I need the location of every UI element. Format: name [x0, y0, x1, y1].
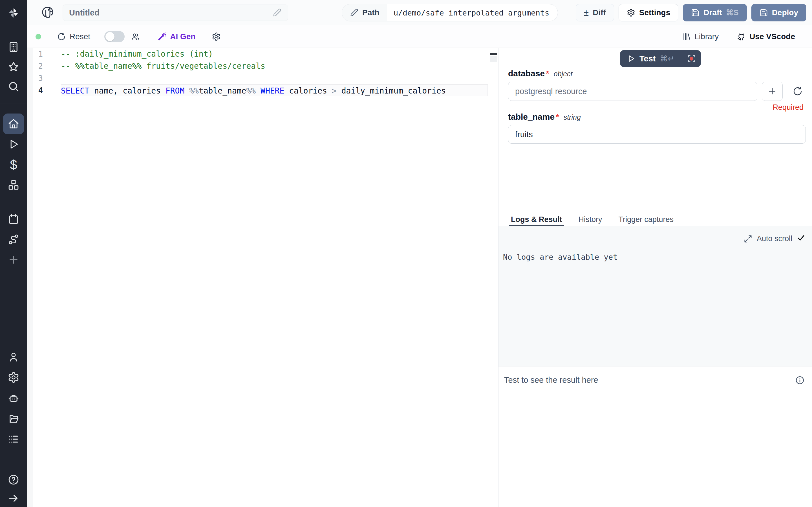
required-note: Required — [772, 103, 804, 112]
line-number-current: 4 — [27, 84, 61, 96]
search-icon[interactable] — [8, 80, 19, 93]
diff-button[interactable]: ± Diff — [576, 4, 614, 21]
tab-history[interactable]: History — [578, 213, 602, 226]
settings-gear-icon[interactable] — [8, 372, 19, 383]
use-vscode-button[interactable]: Use VScode — [737, 32, 795, 41]
sidebar-item-routes-icon[interactable] — [8, 233, 19, 245]
left-sidebar: $ — [0, 0, 27, 507]
record-dot — [690, 57, 693, 61]
edit-name-pencil-icon[interactable] — [273, 8, 282, 17]
code-line-1[interactable]: -- :daily_minimum_calories (int) — [61, 48, 488, 60]
magic-wand-icon — [157, 32, 166, 41]
top-bar: Untitled Path u/demo/safe_interpolated_a… — [27, 0, 812, 25]
script-settings-gear-icon[interactable] — [212, 32, 221, 41]
path-value[interactable]: u/demo/safe_interpolated_arguments — [387, 4, 558, 21]
ai-gen-button[interactable]: AI Gen — [157, 32, 195, 41]
sql-keyword: WHERE — [260, 86, 284, 96]
refresh-icon — [57, 32, 66, 41]
editor-scrollbar-rail — [489, 48, 489, 507]
sql-text: name, calories — [89, 86, 165, 96]
reset-label: Reset — [70, 32, 90, 41]
deploy-label: Deploy — [772, 8, 798, 17]
arguments-section: Test ⌘↵ database* object — [499, 48, 812, 213]
sql-keyword: FROM — [165, 86, 185, 96]
sql-operator: > — [332, 86, 337, 96]
result-panel: Test to see the result here — [499, 367, 812, 507]
code-lines[interactable]: -- :daily_minimum_calories (int) -- %%ta… — [61, 48, 488, 96]
sidebar-item-home[interactable] — [3, 114, 24, 134]
result-empty-message: Test to see the result here — [504, 376, 598, 385]
table-name-field-label: table_name* string — [508, 112, 581, 122]
diff-label: Diff — [593, 8, 606, 17]
folders-icon[interactable] — [8, 413, 19, 425]
save-icon — [691, 8, 700, 17]
add-item-plus-icon[interactable] — [8, 254, 19, 266]
ai-gen-label: AI Gen — [170, 32, 195, 41]
help-icon[interactable] — [8, 474, 19, 486]
app-window: $ — [0, 0, 812, 507]
tab-trigger-captures[interactable]: Trigger captures — [619, 213, 674, 226]
test-button[interactable]: Test ⌘↵ — [620, 50, 682, 67]
expand-sidebar-arrow-icon[interactable] — [8, 492, 19, 504]
audit-logs-list-icon[interactable] — [8, 433, 19, 445]
sql-keyword: SELECT — [61, 86, 89, 96]
logs-empty-message: No logs are available yet — [503, 252, 617, 262]
reset-button[interactable]: Reset — [57, 32, 90, 41]
field-name: database — [508, 69, 545, 78]
sql-interp-close: %% — [246, 86, 260, 96]
play-icon — [627, 54, 635, 63]
test-shortcut: ⌘↵ — [660, 54, 674, 63]
sidebar-item-variables-icon[interactable]: $ — [10, 157, 17, 172]
settings-label: Settings — [639, 8, 670, 17]
library-button[interactable]: Library — [682, 32, 719, 41]
table-name-input[interactable] — [508, 125, 806, 144]
test-button-group: Test ⌘↵ — [620, 50, 701, 67]
collaborators-users-icon[interactable] — [131, 32, 140, 41]
field-name: table_name — [508, 112, 555, 122]
line-number-gutter: 1 2 3 4 — [27, 48, 61, 96]
field-type: string — [564, 113, 581, 121]
sidebar-item-resources-icon[interactable] — [8, 179, 19, 191]
line-number: 3 — [27, 72, 61, 84]
deploy-button[interactable]: Deploy — [751, 4, 806, 21]
editor-scrollbar-thumb[interactable] — [490, 56, 497, 62]
gear-icon — [627, 8, 635, 17]
run-preview-panel: Test ⌘↵ database* object — [499, 48, 812, 507]
draft-label: Draft — [703, 8, 722, 17]
user-icon[interactable] — [8, 351, 19, 363]
database-field-label: database* object — [508, 69, 572, 78]
bottom-tabs: Logs & Result History Trigger captures — [499, 213, 812, 226]
capture-test-icon[interactable] — [682, 50, 701, 67]
code-line-4-current[interactable]: SELECT name, calories FROM %%table_name%… — [61, 84, 488, 96]
path-label: Path — [362, 8, 379, 17]
draft-button[interactable]: Draft ⌘S — [683, 4, 747, 21]
code-line-2[interactable]: -- %%table_name%% fruits/vegetables/cere… — [61, 60, 488, 72]
library-label: Library — [695, 32, 719, 41]
code-line-3[interactable] — [61, 72, 488, 84]
tab-logs-result[interactable]: Logs & Result — [511, 213, 562, 226]
expand-icon — [744, 235, 752, 243]
autoscroll-label: Auto scroll — [757, 234, 792, 243]
refresh-resources-icon[interactable] — [791, 82, 805, 101]
collab-toggle[interactable] — [104, 31, 124, 42]
code-editor[interactable]: 1 2 3 4 -- :daily_minimum_calories (int)… — [27, 48, 498, 507]
autoscroll-control[interactable]: Auto scroll — [744, 233, 805, 244]
add-resource-button[interactable] — [762, 82, 783, 101]
postgresql-icon — [40, 5, 55, 20]
edit-path-pencil-icon — [350, 8, 358, 17]
windmill-logo-icon[interactable] — [8, 7, 19, 19]
sidebar-item-schedules-icon[interactable] — [8, 213, 19, 225]
script-name-input[interactable]: Untitled — [63, 4, 288, 21]
info-icon[interactable] — [795, 376, 805, 386]
workspace-icon[interactable] — [8, 41, 19, 53]
database-input[interactable] — [508, 82, 757, 101]
settings-button[interactable]: Settings — [619, 4, 678, 21]
workers-robot-icon[interactable] — [8, 392, 19, 404]
editor-margin — [27, 48, 33, 507]
sidebar-item-runs-icon[interactable] — [8, 138, 19, 150]
logs-panel: Auto scroll No logs are available yet — [499, 226, 812, 366]
favorites-star-icon[interactable] — [8, 61, 19, 73]
check-icon[interactable] — [797, 233, 805, 244]
path-field[interactable]: Path u/demo/safe_interpolated_arguments — [342, 4, 558, 21]
line-number: 2 — [27, 60, 61, 72]
